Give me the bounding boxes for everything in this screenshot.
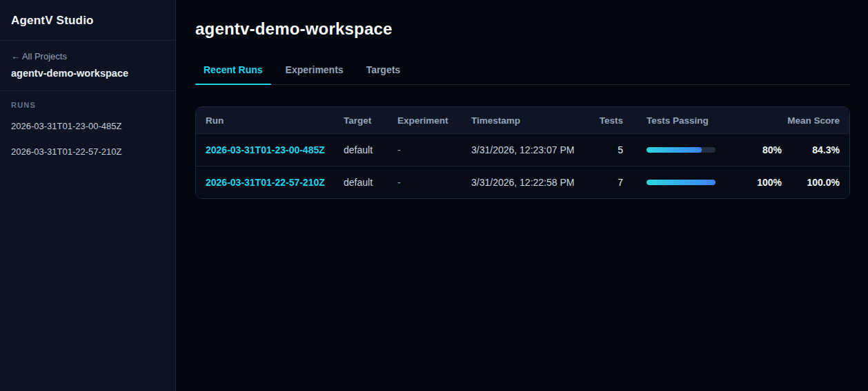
runs-section-label: RUNS bbox=[11, 101, 164, 109]
progress-bar-fill bbox=[647, 180, 716, 185]
mean-score-cell: 84.3% bbox=[782, 144, 840, 155]
sidebar-header: AgentV Studio bbox=[0, 0, 175, 41]
app-title: AgentV Studio bbox=[11, 14, 164, 28]
experiment-cell: - bbox=[397, 177, 471, 188]
mean-score-cell: 100.0% bbox=[782, 177, 840, 188]
table-header-row: Run Target Experiment Timestamp Tests Te… bbox=[196, 107, 849, 133]
sidebar-project-section: ← All Projects agentv-demo-workspace bbox=[0, 41, 175, 91]
passing-percentage: 80% bbox=[762, 144, 782, 155]
tests-passing-cell: 100% bbox=[647, 177, 782, 188]
main-content: agentv-demo-workspace Recent Runs Experi… bbox=[176, 0, 868, 391]
tab-experiments[interactable]: Experiments bbox=[277, 64, 352, 84]
run-link[interactable]: 2026-03-31T01-23-00-485Z bbox=[206, 144, 325, 155]
progress-bar bbox=[647, 180, 716, 185]
sidebar: AgentV Studio ← All Projects agentv-demo… bbox=[0, 0, 176, 391]
sidebar-workspace-name: agentv-demo-workspace bbox=[11, 68, 164, 79]
column-header-tests-passing: Tests Passing bbox=[647, 115, 782, 126]
tests-cell: 5 bbox=[583, 144, 626, 155]
run-link[interactable]: 2026-03-31T01-22-57-210Z bbox=[206, 177, 325, 188]
all-projects-back-link[interactable]: ← All Projects bbox=[11, 51, 164, 61]
column-header-run: Run bbox=[206, 115, 344, 126]
progress-bar-fill bbox=[647, 147, 702, 153]
table-row: 2026-03-31T01-22-57-210Z default - 3/31/… bbox=[196, 166, 849, 198]
column-header-target: Target bbox=[344, 115, 397, 126]
target-cell: default bbox=[344, 177, 397, 188]
tests-passing-cell: 80% bbox=[647, 144, 782, 155]
column-header-timestamp: Timestamp bbox=[471, 115, 583, 126]
sidebar-run-item[interactable]: 2026-03-31T01-23-00-485Z bbox=[11, 113, 164, 139]
sidebar-run-item[interactable]: 2026-03-31T01-22-57-210Z bbox=[11, 139, 164, 164]
progress-bar bbox=[647, 147, 716, 153]
passing-percentage: 100% bbox=[757, 177, 782, 188]
page-title: agentv-demo-workspace bbox=[195, 19, 850, 39]
target-cell: default bbox=[344, 144, 397, 155]
experiment-cell: - bbox=[397, 144, 471, 155]
tab-targets[interactable]: Targets bbox=[358, 64, 409, 84]
runs-table: Run Target Experiment Timestamp Tests Te… bbox=[195, 106, 850, 199]
column-header-tests: Tests bbox=[583, 115, 626, 126]
table-row: 2026-03-31T01-23-00-485Z default - 3/31/… bbox=[196, 133, 849, 166]
timestamp-cell: 3/31/2026, 12:23:07 PM bbox=[471, 144, 583, 155]
tab-recent-runs[interactable]: Recent Runs bbox=[195, 64, 271, 84]
column-header-mean-score: Mean Score bbox=[782, 115, 840, 126]
tabbar: Recent Runs Experiments Targets bbox=[195, 64, 850, 85]
column-header-experiment: Experiment bbox=[397, 115, 471, 126]
sidebar-runs-section: RUNS 2026-03-31T01-23-00-485Z 2026-03-31… bbox=[0, 91, 175, 164]
tests-cell: 7 bbox=[583, 177, 626, 188]
timestamp-cell: 3/31/2026, 12:22:58 PM bbox=[471, 177, 583, 188]
